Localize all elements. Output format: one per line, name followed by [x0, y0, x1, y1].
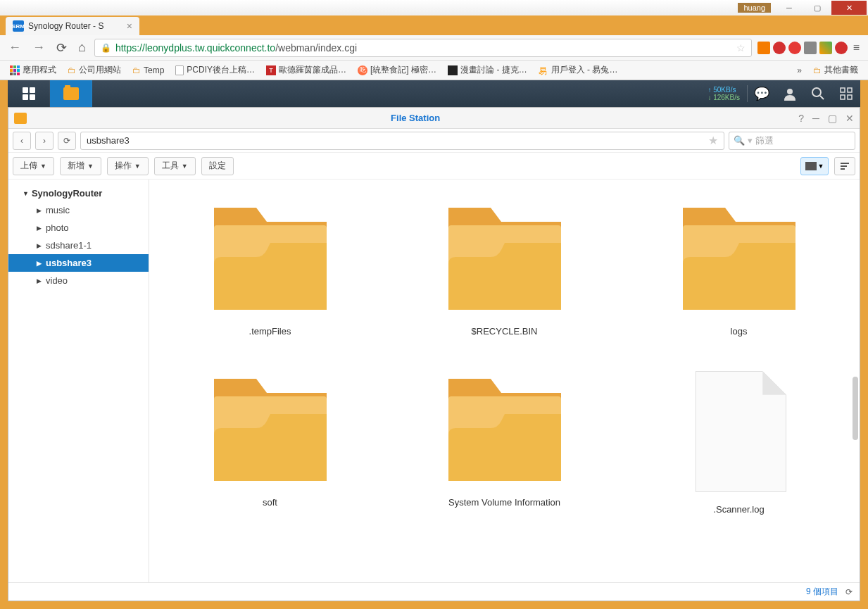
bookmark-item[interactable]: 易用戶登入 - 易兔…: [534, 63, 622, 77]
sort-button[interactable]: [834, 157, 855, 175]
new-button[interactable]: 新增▼: [60, 157, 101, 175]
file-item[interactable]: System Volume Information: [391, 358, 618, 522]
filestation-titlebar[interactable]: File Station ? ─ ▢ ✕: [8, 108, 860, 129]
nav-back-button[interactable]: ‹: [13, 132, 31, 150]
extension-icon[interactable]: [804, 42, 817, 54]
status-refresh-button[interactable]: ⟳: [845, 587, 853, 597]
bookmarks-bar: 應用程式 🗀公司用網站 🗀Temp PCDIY後台上稿… T歐德羅茵簾成品… 吃…: [0, 61, 868, 80]
browser-forward-button[interactable]: →: [30, 40, 48, 55]
search-icon: [811, 87, 825, 101]
browser-url-bar[interactable]: 🔒 https://leonydplus.tw.quickconnect.to …: [94, 39, 752, 57]
tree-root[interactable]: ▼SynologyRouter: [8, 185, 149, 201]
maximize-button[interactable]: ▢: [828, 113, 837, 124]
folder-tree: ▼SynologyRouter ▶music ▶photo ▶sdshare1-…: [8, 180, 149, 582]
extension-icon[interactable]: [773, 42, 786, 54]
os-window-titlebar: huang ─ ▢ ✕: [0, 0, 868, 15]
file-item[interactable]: .tempFiles: [156, 187, 384, 344]
tree-item-video[interactable]: ▶video: [8, 272, 149, 289]
extension-icon[interactable]: [788, 42, 801, 54]
nav-refresh-button[interactable]: ⟳: [58, 132, 76, 150]
svg-rect-4: [848, 88, 852, 92]
file-item[interactable]: soft: [156, 358, 384, 522]
search-button[interactable]: [804, 87, 832, 101]
widgets-button[interactable]: [832, 87, 860, 101]
caret-right-icon: ▶: [37, 242, 42, 249]
file-item[interactable]: $RECYCLE.BIN: [391, 187, 618, 344]
browser-menu-icon[interactable]: ≡: [850, 42, 862, 54]
favorite-star-icon[interactable]: ★: [708, 134, 718, 147]
extension-icon[interactable]: [757, 42, 770, 54]
minimize-button[interactable]: ─: [812, 113, 819, 124]
filestation-taskbar-button[interactable]: [50, 80, 92, 107]
file-label: $RECYCLE.BIN: [472, 326, 538, 337]
tree-item-sdshare[interactable]: ▶sdshare1-1: [8, 237, 149, 254]
bookmarks-overflow-button[interactable]: »: [793, 65, 806, 75]
browser-reload-button[interactable]: ⟳: [54, 40, 70, 56]
extension-icon[interactable]: [835, 42, 848, 54]
bookmark-item[interactable]: 漫畫討論 - 捷克…: [444, 63, 532, 77]
svg-rect-5: [841, 95, 845, 99]
file-label: .tempFiles: [249, 326, 291, 337]
tab-close-icon[interactable]: ×: [127, 20, 132, 32]
filestation-actionbar: 上傳▼ 新增▼ 操作▼ 工具▼ 設定 ▼: [8, 153, 860, 180]
tree-item-music[interactable]: ▶music: [8, 201, 149, 219]
filter-input[interactable]: 🔍 ▾ 篩選: [729, 132, 855, 150]
file-label: soft: [263, 497, 277, 508]
window-maximize-button[interactable]: ▢: [803, 1, 831, 15]
bookmark-star-icon[interactable]: ☆: [736, 42, 746, 54]
browser-back-button[interactable]: ←: [6, 40, 24, 55]
folder-icon: [200, 194, 341, 320]
bookmark-item[interactable]: 吃[統整食記] 極密…: [353, 63, 441, 77]
user-icon: [783, 87, 797, 101]
app-frame: ↑ 50KB/s ↓ 126KB/s 💬 File Station ? ─ ▢ …: [8, 80, 860, 601]
folder-icon: 🗀: [68, 65, 76, 75]
url-path: /webman/index.cgi: [275, 42, 357, 54]
window-title: File Station: [32, 113, 798, 123]
bookmark-item[interactable]: T歐德羅茵簾成品…: [262, 63, 351, 77]
path-input[interactable]: usbshare3 ★: [80, 132, 724, 150]
browser-home-button[interactable]: ⌂: [75, 40, 89, 55]
nav-forward-button[interactable]: ›: [35, 132, 54, 150]
tree-item-usbshare3[interactable]: ▶usbshare3: [8, 254, 149, 272]
filestation-window: File Station ? ─ ▢ ✕ ‹ › ⟳ usbshare3 ★ 🔍…: [8, 107, 860, 601]
file-item[interactable]: logs: [625, 187, 853, 344]
file-item[interactable]: .Scanner.log: [625, 358, 853, 522]
window-close-button[interactable]: ✕: [831, 1, 867, 15]
bookmark-apps-button[interactable]: 應用程式: [6, 63, 61, 77]
extension-icon[interactable]: [819, 42, 832, 54]
bookmark-item[interactable]: 🗀公司用網站: [63, 63, 125, 77]
item-count: 9 個項目: [806, 586, 838, 598]
main-menu-button[interactable]: [8, 80, 50, 107]
other-bookmarks-button[interactable]: 🗀其他書籤: [809, 63, 862, 77]
folder-icon: [434, 194, 575, 320]
folder-icon: [200, 365, 341, 491]
folder-icon: 🗀: [813, 65, 822, 75]
caret-right-icon: ▶: [37, 260, 42, 267]
tree-item-photo[interactable]: ▶photo: [8, 219, 149, 237]
scrollbar-thumb[interactable]: [853, 377, 858, 440]
browser-toolbar: ← → ⟳ ⌂ 🔒 https://leonydplus.tw.quickcon…: [0, 35, 868, 61]
folder-icon: 🗀: [132, 65, 141, 75]
close-button[interactable]: ✕: [845, 113, 854, 124]
tools-button[interactable]: 工具▼: [154, 157, 196, 175]
bookmark-item[interactable]: 🗀Temp: [128, 64, 168, 77]
help-button[interactable]: ?: [798, 113, 804, 124]
svg-point-0: [787, 89, 793, 94]
notifications-button[interactable]: 💬: [748, 86, 776, 101]
window-minimize-button[interactable]: ─: [775, 1, 803, 15]
filestation-pathbar: ‹ › ⟳ usbshare3 ★ 🔍 ▾ 篩選: [8, 129, 860, 153]
file-grid[interactable]: .tempFiles$RECYCLE.BINlogssoftSystem Vol…: [149, 180, 860, 582]
caret-down-icon: ▼: [23, 190, 29, 197]
folder-icon: [669, 194, 810, 320]
bookmark-item[interactable]: PCDIY後台上稿…: [171, 63, 259, 77]
user-menu-button[interactable]: [776, 87, 804, 101]
settings-button[interactable]: 設定: [201, 157, 234, 175]
upload-button[interactable]: 上傳▼: [13, 157, 54, 175]
action-button[interactable]: 操作▼: [107, 157, 149, 175]
browser-tab[interactable]: SRM Synology Router - S ×: [6, 17, 139, 35]
folder-icon: [434, 365, 575, 491]
filestation-body: ▼SynologyRouter ▶music ▶photo ▶sdshare1-…: [8, 180, 860, 582]
favicon-icon: T: [266, 65, 276, 75]
view-icons-button[interactable]: ▼: [800, 157, 829, 175]
widgets-icon: [839, 87, 853, 101]
